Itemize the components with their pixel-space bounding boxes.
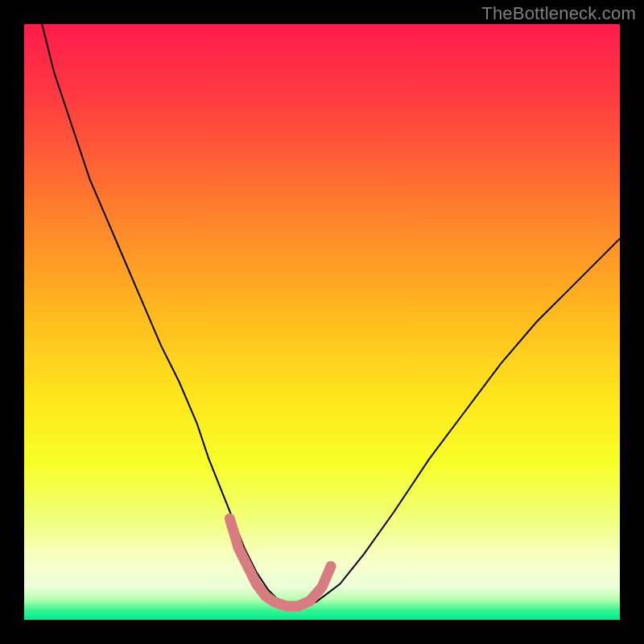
bottleneck-chart [24, 24, 620, 620]
gradient-rect [24, 24, 620, 620]
chart-frame: TheBottleneck.com [0, 0, 644, 644]
watermark-text: TheBottleneck.com [481, 3, 636, 24]
